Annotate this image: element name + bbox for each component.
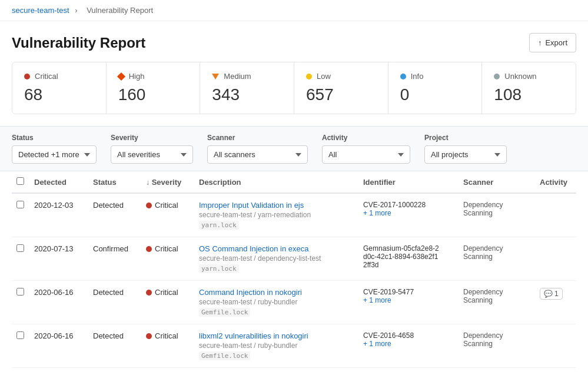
vuln-title[interactable]: libxml2 vulnerabilities in nokogiri [199,331,354,340]
filter-project: Project All projects [424,134,507,164]
filter-severity-select[interactable]: All severities Critical High Medium Low … [111,145,193,164]
identifier-more[interactable]: + 1 more [363,209,454,217]
status-value: Confirmed [93,244,128,253]
filter-severity-label: Severity [111,134,193,142]
select-all-checkbox[interactable] [16,177,24,185]
sort-icon: ↓ [146,178,150,187]
severity-card-low[interactable]: Low 657 [294,62,388,114]
scanner-cell: Dependency Scanning [459,281,535,324]
filter-project-select[interactable]: All projects [424,145,507,164]
scanner-value: Dependency Scanning [463,288,530,304]
status-value: Detected [93,331,124,340]
severity-card-high[interactable]: High 160 [107,62,201,114]
unknown-count: 108 [494,85,564,104]
severity-card-medium[interactable]: Medium 343 [200,62,294,114]
detected-header: Detected [29,171,88,193]
row-checkbox[interactable] [16,244,24,252]
export-icon: ↑ [538,38,542,47]
status-cell: Detected [88,368,141,376]
filter-activity: Activity All Still detected No longer de… [322,134,410,164]
detected-cell: 2020-06-16 [29,368,88,376]
row-checkbox-cell [12,368,29,376]
low-icon [306,74,312,79]
medium-icon [212,74,219,79]
identifier-header: Identifier [358,171,459,193]
severity-cards: Critical 68 High 160 Medium 343 Low 657 … [12,62,576,114]
filter-scanner-select[interactable]: All scanners Dependency Scanning SAST DA… [207,145,308,164]
row-checkbox[interactable] [16,331,24,339]
breadcrumb-parent[interactable]: secure-team-test [12,6,69,15]
scanner-cell: Dependency Scanning [459,237,535,281]
status-value: Detected [93,201,124,210]
scanner-cell: Dependency Scanning [459,324,535,368]
scanner-cell: Dependency Scanning [459,368,535,376]
medium-count: 343 [212,85,282,104]
identifier-value: Gemnasium-05cfa2e8-2 d0c-42c1-8894-638e2… [363,244,454,269]
vuln-file: yarn.lock [199,221,239,230]
identifier-value: CVE-2019-5477 [363,288,454,296]
medium-label: Medium [224,72,251,81]
page-title: Vulnerability Report [12,35,145,51]
row-checkbox-cell [12,281,29,324]
severity-card-info[interactable]: Info 0 [388,62,483,114]
table-row: 2020-06-16 Detected Critical Command Inj… [12,281,576,324]
critical-icon [24,74,30,79]
table-row: 2020-06-16 Detected Critical Bypass of a… [12,368,576,376]
filter-activity-select[interactable]: All Still detected No longer detected [322,145,410,164]
identifier-value: CVE-2017-1000228 [363,201,454,209]
activity-cell [535,193,576,237]
identifier-more[interactable]: + 1 more [363,340,454,348]
activity-cell: 💬 1 [535,281,576,324]
description-cell: Improper Input Validation in ejs secure-… [194,193,358,237]
vuln-title[interactable]: Command Injection in nokogiri [199,288,354,297]
table-row: 2020-12-03 Detected Critical Improper In… [12,193,576,237]
activity-cell [535,324,576,368]
description-cell: Bypass of a protection mechanism in libx… [194,368,358,376]
scanner-header: Scanner [459,171,535,193]
scanner-cell: Dependency Scanning [459,193,535,237]
filter-status-label: Status [12,134,97,142]
severity-cell: Critical [141,281,194,324]
detected-cell: 2020-12-03 [29,193,88,237]
description-header: Description [194,171,358,193]
vuln-title[interactable]: OS Command Injection in execa [199,244,354,253]
scanner-value: Dependency Scanning [463,201,530,217]
row-checkbox[interactable] [16,201,24,208]
scanner-value: Dependency Scanning [463,244,530,261]
low-label: Low [317,72,331,81]
select-all-header [12,171,29,193]
breadcrumb: secure-team-test › Vulnerability Report [0,0,588,21]
filter-project-label: Project [424,134,507,142]
severity-cell: Critical [141,193,194,237]
status-header: Status [88,171,141,193]
export-button[interactable]: ↑ Export [529,33,576,52]
severity-card-unknown[interactable]: Unknown 108 [482,62,576,114]
vuln-file: Gemfile.lock [199,308,250,317]
severity-header[interactable]: ↓ Severity [141,171,194,193]
status-cell: Detected [88,193,141,237]
row-checkbox-cell [12,324,29,368]
detected-cell: 2020-06-16 [29,324,88,368]
identifier-more[interactable]: + 1 more [363,296,454,304]
table-header-row: Detected Status ↓ Severity Description I… [12,171,576,193]
severity-cell: Critical [141,324,194,368]
vuln-path: secure-team-test / ruby-bundler [199,341,354,350]
activity-badge: 💬 1 [540,288,563,300]
vuln-title[interactable]: Improper Input Validation in ejs [199,201,354,210]
activity-cell [535,237,576,281]
detected-date: 2020-07-13 [34,244,74,253]
unknown-label: Unknown [504,72,536,81]
detected-cell: 2020-06-16 [29,281,88,324]
vulnerability-table: Detected Status ↓ Severity Description I… [12,171,576,375]
severity-label: Critical [155,244,178,253]
row-checkbox[interactable] [16,288,24,296]
status-cell: Detected [88,281,141,324]
vuln-path: secure-team-test / dependency-list-test [199,254,354,263]
scanner-value: Dependency Scanning [463,331,530,348]
filters-section: Status Detected +1 more All statuses Con… [0,126,588,171]
status-cell: Detected [88,324,141,368]
severity-card-critical[interactable]: Critical 68 [12,62,107,114]
low-count: 657 [306,85,376,104]
filter-status-select[interactable]: Detected +1 more All statuses Confirmed … [12,145,97,164]
detected-cell: 2020-07-13 [29,237,88,281]
